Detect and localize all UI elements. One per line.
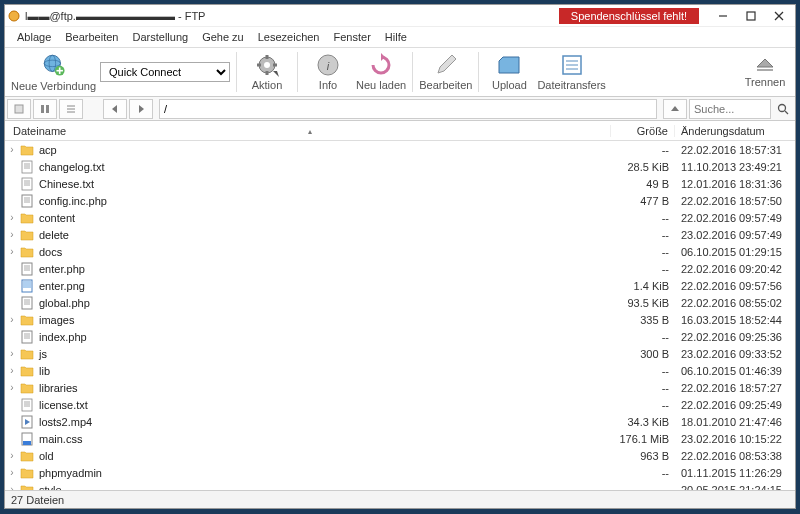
file-row[interactable]: config.inc.php477 B22.02.2016 18:57:50 xyxy=(5,192,795,209)
gear-icon xyxy=(255,53,279,77)
file-row[interactable]: index.php--22.02.2016 09:25:36 xyxy=(5,328,795,345)
file-date: 22.02.2016 09:57:56 xyxy=(675,280,795,292)
edit-button[interactable]: Bearbeiten xyxy=(419,49,472,95)
donation-badge[interactable]: Spendenschlüssel fehlt! xyxy=(559,8,699,24)
file-row[interactable]: changelog.txt28.5 KiB11.10.2013 23:49:21 xyxy=(5,158,795,175)
file-size: -- xyxy=(611,467,675,479)
toolbar: Neue Verbindung Quick Connect Aktion i I… xyxy=(5,47,795,97)
file-size: 477 B xyxy=(611,195,675,207)
file-name: enter.php xyxy=(39,263,611,275)
menu-gehezu[interactable]: Gehe zu xyxy=(196,30,250,44)
php-icon xyxy=(19,330,35,344)
file-list[interactable]: ›acp--22.02.2016 18:57:31changelog.txt28… xyxy=(5,141,795,490)
file-date: 11.10.2013 23:49:21 xyxy=(675,161,795,173)
column-name[interactable]: Dateiname▴ xyxy=(5,125,611,137)
file-row[interactable]: ›libraries--22.02.2016 18:57:27 xyxy=(5,379,795,396)
svg-rect-29 xyxy=(41,105,44,113)
pencil-icon xyxy=(434,53,458,77)
minimize-button[interactable] xyxy=(709,6,737,26)
view-list-button[interactable] xyxy=(33,99,57,119)
file-size: -- xyxy=(611,331,675,343)
file-row[interactable]: ›delete--23.02.2016 09:57:49 xyxy=(5,226,795,243)
expand-toggle[interactable]: › xyxy=(5,314,19,325)
svg-rect-27 xyxy=(757,69,773,71)
expand-toggle[interactable]: › xyxy=(5,382,19,393)
info-button[interactable]: i Info xyxy=(304,49,352,95)
file-size: -- xyxy=(611,144,675,156)
file-row[interactable]: main.css176.1 MiB23.02.2016 10:15:22 xyxy=(5,430,795,447)
app-window: l▬▬@ftp.▬▬▬▬▬▬▬▬▬ - FTP Spendenschlüssel… xyxy=(4,4,796,509)
new-connection-button[interactable]: Neue Verbindung xyxy=(11,49,96,95)
svg-rect-39 xyxy=(22,161,32,173)
nav-forward-button[interactable] xyxy=(129,99,153,119)
file-size: 176.1 MiB xyxy=(611,433,675,445)
reload-button[interactable]: Neu laden xyxy=(356,49,406,95)
file-row[interactable]: enter.png1.4 KiB22.02.2016 09:57:56 xyxy=(5,277,795,294)
nav-back-button[interactable] xyxy=(103,99,127,119)
file-row[interactable]: ›images335 B16.03.2015 18:52:44 xyxy=(5,311,795,328)
menu-fenster[interactable]: Fenster xyxy=(328,30,377,44)
disconnect-button[interactable]: Trennen xyxy=(741,49,789,95)
show-hidden-files-button[interactable] xyxy=(7,99,31,119)
file-row[interactable]: license.txt--22.02.2016 09:25:49 xyxy=(5,396,795,413)
file-date: 16.03.2015 18:52:44 xyxy=(675,314,795,326)
expand-toggle[interactable]: › xyxy=(5,246,19,257)
file-row[interactable]: ›phpmyadmin--01.11.2015 11:26:29 xyxy=(5,464,795,481)
column-date[interactable]: Änderungsdatum xyxy=(675,125,795,137)
expand-toggle[interactable]: › xyxy=(5,467,19,478)
maximize-button[interactable] xyxy=(737,6,765,26)
file-row[interactable]: Chinese.txt49 B12.01.2016 18:31:36 xyxy=(5,175,795,192)
php-icon xyxy=(19,296,35,310)
menu-bearbeiten[interactable]: Bearbeiten xyxy=(59,30,124,44)
file-name: libraries xyxy=(39,382,611,394)
file-row[interactable]: ›docs--06.10.2015 01:29:15 xyxy=(5,243,795,260)
file-row[interactable]: losts2.mp434.3 KiB18.01.2010 21:47:46 xyxy=(5,413,795,430)
menu-lesezeichen[interactable]: Lesezeichen xyxy=(252,30,326,44)
expand-toggle[interactable]: › xyxy=(5,229,19,240)
expand-toggle[interactable]: › xyxy=(5,365,19,376)
expand-toggle[interactable]: › xyxy=(5,144,19,155)
transfers-button[interactable]: Dateitransfers xyxy=(537,49,605,95)
svg-rect-72 xyxy=(23,441,31,445)
expand-toggle[interactable]: › xyxy=(5,450,19,461)
folder-icon xyxy=(19,466,35,480)
globe-plus-icon xyxy=(41,52,67,78)
transfers-icon xyxy=(560,53,584,77)
nav-up-button[interactable] xyxy=(663,99,687,119)
file-date: 06.10.2015 01:46:39 xyxy=(675,365,795,377)
expand-toggle[interactable]: › xyxy=(5,212,19,223)
menu-darstellung[interactable]: Darstellung xyxy=(126,30,194,44)
file-row[interactable]: ›style--20.05.2015 21:24:15 xyxy=(5,481,795,490)
menu-hilfe[interactable]: Hilfe xyxy=(379,30,413,44)
file-row[interactable]: global.php93.5 KiB22.02.2016 08:55:02 xyxy=(5,294,795,311)
expand-toggle[interactable]: › xyxy=(5,348,19,359)
close-button[interactable] xyxy=(765,6,793,26)
separator xyxy=(297,52,298,92)
file-size: 300 B xyxy=(611,348,675,360)
action-label: Aktion xyxy=(252,79,283,91)
file-row[interactable]: enter.php--22.02.2016 09:20:42 xyxy=(5,260,795,277)
png-icon xyxy=(19,279,35,293)
view-outline-button[interactable] xyxy=(59,99,83,119)
folder-icon xyxy=(19,245,35,259)
file-row[interactable]: ›content--22.02.2016 09:57:49 xyxy=(5,209,795,226)
quick-connect-select[interactable]: Quick Connect xyxy=(100,62,230,82)
path-input[interactable] xyxy=(159,99,657,119)
action-button[interactable]: Aktion xyxy=(243,49,291,95)
disconnect-label: Trennen xyxy=(745,76,786,88)
svg-rect-30 xyxy=(46,105,49,113)
file-date: 22.02.2016 18:57:31 xyxy=(675,144,795,156)
file-row[interactable]: ›js300 B23.02.2016 09:33:52 xyxy=(5,345,795,362)
menu-ablage[interactable]: Ablage xyxy=(11,30,57,44)
search-button[interactable] xyxy=(773,99,793,119)
file-row[interactable]: ›lib--06.10.2015 01:46:39 xyxy=(5,362,795,379)
search-input[interactable] xyxy=(689,99,771,119)
transfers-label: Dateitransfers xyxy=(537,79,605,91)
file-row[interactable]: ›old963 B22.02.2016 08:53:38 xyxy=(5,447,795,464)
upload-button[interactable]: Upload xyxy=(485,49,533,95)
file-size: 963 B xyxy=(611,450,675,462)
file-name: docs xyxy=(39,246,611,258)
svg-rect-28 xyxy=(15,105,23,113)
column-size[interactable]: Größe xyxy=(611,125,675,137)
file-row[interactable]: ›acp--22.02.2016 18:57:31 xyxy=(5,141,795,158)
